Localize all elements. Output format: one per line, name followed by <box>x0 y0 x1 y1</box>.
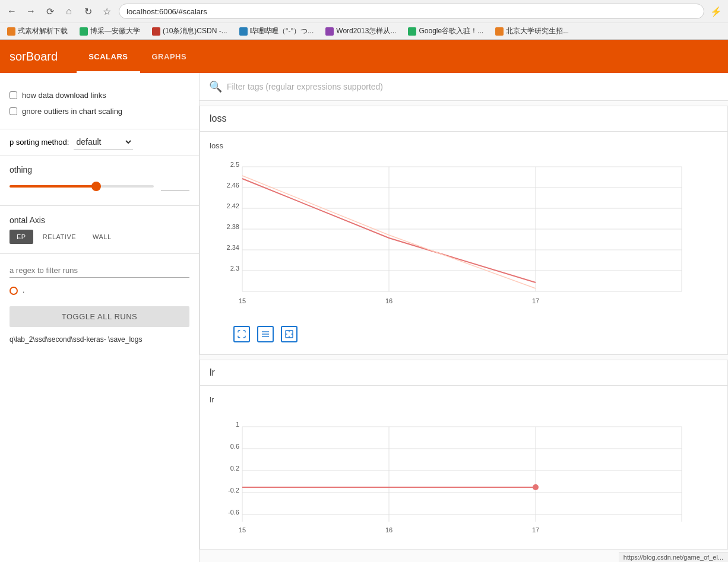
tab-scalars[interactable]: SCALARS <box>77 40 140 73</box>
svg-text:-0.2: -0.2 <box>228 487 239 494</box>
sidebar-divider-4 <box>0 253 199 254</box>
bookmark-label: Google谷歌入驻！... <box>419 26 483 36</box>
bookmark-label: 北京大学研究生招... <box>506 26 569 36</box>
svg-text:-0.6: -0.6 <box>228 509 239 516</box>
svg-text:16: 16 <box>385 526 393 534</box>
search-icon: 🔍 <box>209 80 222 93</box>
crosshair-chart-button[interactable] <box>281 326 297 342</box>
reload-button[interactable]: ⟳ <box>43 4 57 18</box>
sorting-dropdown[interactable]: default recent oldest <box>74 134 133 150</box>
axis-btn-wall[interactable]: WALL <box>86 230 119 244</box>
lr-section-header: lr <box>200 360 727 386</box>
bookmark-label: 哔哩哔哩（°-°）つ... <box>250 26 314 36</box>
svg-text:17: 17 <box>532 526 539 534</box>
svg-text:2.38: 2.38 <box>227 223 239 230</box>
ignore-outliers-checkbox[interactable] <box>10 107 17 115</box>
lightning-button[interactable]: ⚡ <box>709 4 723 18</box>
axis-btn-relative[interactable]: RELATIVE <box>36 230 83 244</box>
svg-text:15: 15 <box>239 297 246 304</box>
bookmark-item[interactable]: (10条消息)CSDN -... <box>150 25 230 37</box>
runs-filter-input[interactable] <box>10 263 189 278</box>
browser-chrome: ← → ⟳ ⌂ ↻ ☆ localhost:6006/#scalars ⚡ 式素… <box>0 0 728 40</box>
sidebar-divider-1 <box>0 129 199 129</box>
bookmark-item[interactable]: 北京大学研究生招... <box>493 25 571 37</box>
filter-input[interactable] <box>227 82 718 91</box>
nav-tabs: SCALARS GRAPHS <box>77 40 198 73</box>
history-button[interactable]: ↻ <box>81 4 95 18</box>
menu-chart-button[interactable] <box>257 326 274 342</box>
loss-chart-title: loss <box>210 141 718 150</box>
run-path-item: q\lab_2\ssd\second\ssd-keras- \save_logs <box>10 332 189 348</box>
back-button[interactable]: ← <box>5 4 19 18</box>
ignore-outliers-option: gnore outliers in chart scaling <box>10 103 189 119</box>
forward-button[interactable]: → <box>24 4 38 18</box>
loss-section: loss loss 2.5 2.46 2.42 2.38 2.34 2.3 <box>200 106 728 355</box>
bookmarks-bar: 式素材解析下载博采—安徽大学(10条消息)CSDN -...哔哩哔哩（°-°）つ… <box>0 23 728 39</box>
slider-row: 0.6 <box>10 182 189 191</box>
url-text: localhost:6006/#scalars <box>126 7 207 16</box>
loss-chart-container: loss 2.5 2.46 2.42 2.38 2.34 2.3 <box>200 132 727 354</box>
bookmark-item[interactable]: 博采—安徽大学 <box>77 25 143 37</box>
browser-toolbar: ← → ⟳ ⌂ ↻ ☆ localhost:6006/#scalars ⚡ <box>0 0 728 23</box>
filter-bar: 🔍 <box>200 73 728 101</box>
sidebar-options: how data download links gnore outliers i… <box>0 82 199 124</box>
run-dot <box>10 287 18 295</box>
bookmark-item[interactable]: Word2013怎样从... <box>323 25 398 37</box>
status-url: https://blog.csdn.net/game_of_el... <box>623 554 723 561</box>
sorting-row: p sorting method: default recent oldest <box>10 134 189 150</box>
show-data-links-checkbox[interactable] <box>10 91 17 99</box>
svg-point-45 <box>533 484 539 490</box>
toggle-all-runs-button[interactable]: TOGGLE ALL RUNS <box>10 306 189 327</box>
axis-buttons: EP RELATIVE WALL <box>10 230 189 244</box>
horizontal-axis-section: ontal Axis EP RELATIVE WALL <box>0 211 199 249</box>
ignore-outliers-label[interactable]: gnore outliers in chart scaling <box>22 107 122 116</box>
smoothing-value-input[interactable]: 0.6 <box>161 182 189 191</box>
smoothing-section: othing 0.6 <box>0 160 199 201</box>
bookmark-icon <box>80 27 88 36</box>
smoothing-title: othing <box>10 165 189 174</box>
lr-chart-container: lr 1 0.6 0.2 -0.2 -0.6 <box>200 386 727 549</box>
sorting-label: p sorting method: <box>10 138 69 147</box>
status-bar: https://blog.csdn.net/game_of_el... <box>619 552 728 562</box>
home-button[interactable]: ⌂ <box>62 4 76 18</box>
run-path-label: q\lab_2\ssd\second\ssd-keras- \save_logs <box>10 335 142 345</box>
star-button[interactable]: ☆ <box>100 4 114 18</box>
show-data-links-option: how data download links <box>10 87 189 103</box>
address-bar[interactable]: localhost:6006/#scalars <box>119 4 704 19</box>
axis-btn-step[interactable]: EP <box>10 230 33 244</box>
main-layout: how data download links gnore outliers i… <box>0 73 728 562</box>
smoothing-slider[interactable] <box>10 185 154 188</box>
svg-text:1: 1 <box>236 421 239 428</box>
svg-text:15: 15 <box>239 526 246 534</box>
bookmark-label: 博采—安徽大学 <box>90 26 140 36</box>
expand-chart-button[interactable] <box>233 326 250 342</box>
bookmark-label: (10条消息)CSDN -... <box>163 26 227 36</box>
lr-chart-title: lr <box>210 395 718 404</box>
slider-thumb[interactable] <box>91 182 101 191</box>
svg-text:2.42: 2.42 <box>227 202 239 209</box>
bookmark-icon <box>408 27 416 36</box>
svg-text:16: 16 <box>385 297 393 304</box>
loss-chart-wrapper: 2.5 2.46 2.42 2.38 2.34 2.3 <box>210 155 718 321</box>
bookmark-icon <box>239 27 248 36</box>
bookmark-label: Word2013怎样从... <box>336 26 396 36</box>
app-title: sorBoard <box>10 50 58 63</box>
horizontal-axis-title: ontal Axis <box>10 215 189 225</box>
main-content: 🔍 loss loss 2.5 2.46 2.42 2.38 <box>200 73 728 562</box>
svg-text:0.2: 0.2 <box>230 465 239 472</box>
bookmark-item[interactable]: 哔哩哔哩（°-°）つ... <box>237 25 316 37</box>
loss-section-header: loss <box>200 106 727 132</box>
bookmark-item[interactable]: 式素材解析下载 <box>5 25 70 37</box>
runs-section: . TOGGLE ALL RUNS q\lab_2\ssd\second\ssd… <box>0 259 199 353</box>
run-dot-label: . <box>23 286 24 296</box>
bookmark-label: 式素材解析下载 <box>18 26 68 36</box>
bookmark-icon <box>325 27 334 36</box>
show-data-links-label[interactable]: how data download links <box>22 91 106 100</box>
tab-graphs[interactable]: GRAPHS <box>140 40 199 73</box>
slider-fill <box>10 185 96 188</box>
bookmark-item[interactable]: Google谷歌入驻！... <box>406 25 486 37</box>
bookmark-icon <box>152 27 160 36</box>
lr-chart-svg: 1 0.6 0.2 -0.2 -0.6 <box>210 409 697 539</box>
loss-chart-toolbar <box>210 321 718 345</box>
svg-text:2.46: 2.46 <box>227 182 239 189</box>
